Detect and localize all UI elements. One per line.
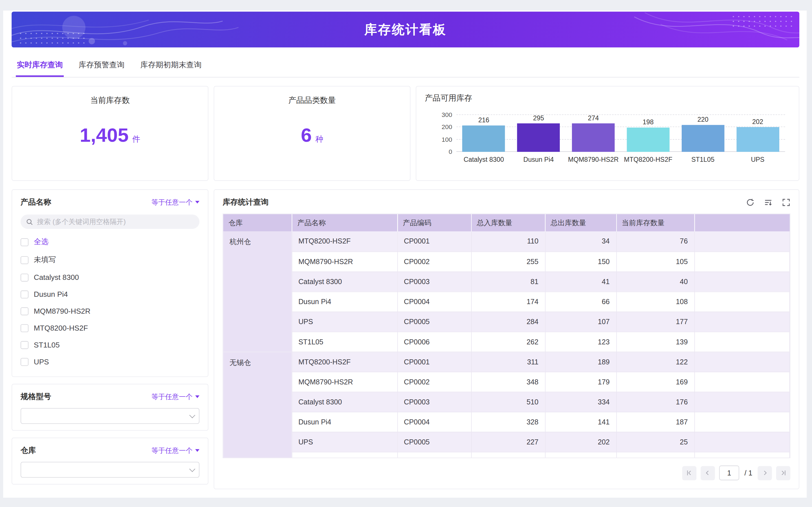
filter-sidebar: 产品名称 等于任意一个 bbox=[11, 189, 208, 489]
table-cell: MTQ8200-HS2F bbox=[292, 352, 397, 372]
tab-realtime-inventory[interactable]: 实时库存查询 bbox=[16, 60, 64, 77]
checkbox[interactable] bbox=[20, 256, 29, 264]
table-row[interactable]: Dusun Pi4CP0004328141187 bbox=[223, 412, 790, 432]
table-toolbar bbox=[746, 198, 790, 206]
stats-row: 当前库存数 1,405件 产品品类数量 6种 产品可用库存 bbox=[11, 86, 799, 181]
table-row[interactable]: 杭州仓MTQ8200-HS2FCP00011103476 bbox=[223, 231, 790, 251]
checkbox[interactable] bbox=[20, 341, 29, 349]
stat-card-category-count: 产品品类数量 6种 bbox=[214, 86, 411, 181]
table-row[interactable]: Catalyst 8300CP0003510334176 bbox=[223, 392, 790, 412]
stat-card-current-stock: 当前库存数 1,405件 bbox=[11, 86, 208, 181]
fullscreen-icon[interactable] bbox=[782, 198, 790, 206]
filter-option[interactable]: MTQ8200-HS2F bbox=[20, 320, 199, 337]
filter-option[interactable]: Catalyst 8300 bbox=[20, 269, 199, 286]
checkbox[interactable] bbox=[20, 307, 29, 315]
table-row[interactable]: MQM8790-HS2RCP0002255150105 bbox=[223, 251, 790, 271]
checkbox[interactable] bbox=[20, 324, 29, 332]
table-row[interactable]: UPSCP0005284107177 bbox=[223, 312, 790, 332]
table-row[interactable]: MQM8790-HS2RCP0002348179169 bbox=[223, 372, 790, 392]
bar-value-label: 295 bbox=[533, 115, 544, 121]
table-row[interactable]: Dusun Pi4CP000417466108 bbox=[223, 291, 790, 312]
table-cell: 25 bbox=[616, 432, 694, 452]
current-page-box[interactable]: 1 bbox=[719, 465, 739, 480]
table-row[interactable]: Catalyst 8300CP0003814140 bbox=[223, 271, 790, 291]
refresh-icon[interactable] bbox=[746, 198, 755, 206]
filter-option-label: Catalyst 8300 bbox=[34, 273, 79, 282]
table-cell: 107 bbox=[545, 312, 616, 332]
table-row[interactable]: ST1L05CP0006262123139 bbox=[223, 332, 790, 352]
prev-page-button[interactable] bbox=[701, 466, 715, 480]
filter-option[interactable]: MQM8790-HS2R bbox=[20, 303, 199, 320]
filter-option[interactable]: 未填写 bbox=[20, 251, 199, 269]
bar-column: 274 bbox=[566, 115, 621, 152]
operator-dropdown[interactable]: 等于任意一个 bbox=[151, 198, 199, 207]
filter-option-label: MQM8790-HS2R bbox=[34, 307, 91, 315]
operator-dropdown[interactable]: 等于任意一个 bbox=[151, 392, 199, 402]
search-icon bbox=[26, 218, 33, 225]
table-cell-empty bbox=[694, 432, 790, 452]
operator-dropdown[interactable]: 等于任意一个 bbox=[151, 446, 199, 455]
table-cell: MTQ8200-HS2F bbox=[292, 231, 397, 251]
chart-categories: Catalyst 8300Dusun Pi4MQM8790-HS2RMTQ820… bbox=[456, 156, 785, 163]
inventory-table: 仓库 产品名称 产品编码 总入库数量 总出库数量 当前库存数量 杭州仓MTQ82… bbox=[223, 214, 790, 458]
checkbox[interactable] bbox=[20, 358, 29, 365]
x-axis-label: UPS bbox=[730, 156, 785, 163]
search-input[interactable] bbox=[37, 218, 194, 226]
last-page-button[interactable] bbox=[776, 466, 791, 480]
checkbox[interactable] bbox=[20, 290, 29, 298]
spec-model-select[interactable] bbox=[20, 408, 199, 424]
table-cell: CP0006 bbox=[397, 332, 471, 352]
search-box[interactable] bbox=[20, 215, 199, 229]
operator-label: 等于任意一个 bbox=[151, 198, 193, 207]
content-row: 产品名称 等于任意一个 bbox=[11, 189, 799, 489]
table-cell: 177 bbox=[616, 312, 694, 332]
y-axis-tick: 200 bbox=[434, 123, 452, 131]
filter-option-label: MTQ8200-HS2F bbox=[34, 324, 88, 332]
y-axis-tick: 300 bbox=[434, 111, 452, 119]
table-cell: 255 bbox=[471, 251, 545, 271]
dashboard-app: 库存统计看板 实时库存查询 库存预警查询 库存期初期末查询 当前库存数 1,40… bbox=[0, 0, 812, 507]
filter-option-label: 未填写 bbox=[34, 255, 56, 265]
tab-inventory-warning[interactable]: 库存预警查询 bbox=[78, 60, 125, 77]
filter-card-spec-model: 规格型号 等于任意一个 bbox=[11, 384, 208, 431]
table-cell: 76 bbox=[616, 231, 694, 251]
table-cell-empty bbox=[694, 392, 790, 412]
filter-option[interactable]: UPS bbox=[20, 353, 199, 370]
column-settings-icon[interactable] bbox=[764, 198, 772, 206]
filter-option[interactable]: Dusun Pi4 bbox=[20, 286, 199, 303]
filter-label: 仓库 bbox=[20, 446, 36, 456]
checkbox[interactable] bbox=[20, 273, 29, 281]
bar-column: 198 bbox=[621, 115, 675, 152]
bar-value-label: 216 bbox=[478, 117, 489, 124]
filter-label: 产品名称 bbox=[20, 197, 51, 208]
stat-title: 产品品类数量 bbox=[214, 96, 410, 106]
table-row[interactable]: 无锡仓MTQ8200-HS2FCP0001311189122 bbox=[223, 352, 790, 372]
chevron-down-icon bbox=[189, 412, 195, 418]
table-row[interactable]: UPSCP000522720225 bbox=[223, 432, 790, 452]
table-cell: 179 bbox=[545, 372, 616, 392]
table-cell: Dusun Pi4 bbox=[292, 291, 397, 312]
table-cell: 40 bbox=[616, 271, 694, 291]
column-header: 仓库 bbox=[223, 214, 292, 232]
tab-period-inventory[interactable]: 库存期初期末查询 bbox=[139, 60, 203, 77]
table-cell: 174 bbox=[471, 291, 545, 312]
table-scroll-area[interactable]: 仓库 产品名称 产品编码 总入库数量 总出库数量 当前库存数量 杭州仓MTQ82… bbox=[222, 214, 790, 458]
next-page-button[interactable] bbox=[758, 466, 772, 480]
table-cell: 34 bbox=[545, 231, 616, 251]
table-cell: CP0005 bbox=[397, 432, 471, 452]
bar bbox=[517, 123, 560, 152]
filter-option[interactable]: ST1L05 bbox=[20, 337, 199, 353]
banner-dot-grid-left bbox=[18, 31, 87, 45]
select-all-option[interactable]: 全选 bbox=[20, 233, 199, 251]
stat-value: 6 bbox=[301, 124, 312, 146]
filter-option-label: UPS bbox=[34, 357, 49, 366]
operator-label: 等于任意一个 bbox=[151, 446, 193, 455]
first-page-button[interactable] bbox=[682, 466, 697, 480]
warehouse-select[interactable] bbox=[20, 462, 199, 478]
table-cell: MQM8790-HS2R bbox=[292, 372, 397, 392]
y-axis-tick: 0 bbox=[434, 148, 452, 156]
table-cell: 262 bbox=[471, 332, 545, 352]
checkbox[interactable] bbox=[20, 238, 29, 246]
table-cell-empty bbox=[694, 372, 790, 392]
bar-value-label: 202 bbox=[752, 119, 763, 125]
